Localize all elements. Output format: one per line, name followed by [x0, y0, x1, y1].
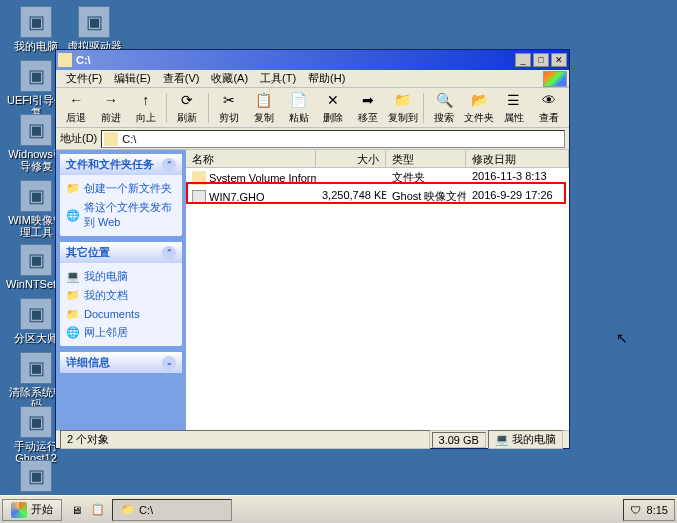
address-label: 地址(D)	[60, 131, 97, 146]
toolbar-复制-button[interactable]: 📋复制	[247, 90, 280, 126]
chevron-down-icon: ⌄	[162, 356, 176, 370]
column-date[interactable]: 修改日期	[466, 150, 569, 167]
toolbar: ←后退→前进↑向上⟳刷新✂剪切📋复制📄粘贴✕删除➡移至📁复制到🔍搜索📂文件夹☰属…	[56, 88, 569, 128]
panel-header[interactable]: 文件和文件夹任务 ⌃	[60, 154, 182, 175]
task-icon: 🌐	[66, 208, 80, 222]
toolbar-属性-button[interactable]: ☰属性	[498, 90, 531, 126]
toolbar-icon: ☰	[504, 90, 524, 110]
quick-launch: 🖥 📋	[66, 500, 108, 520]
app-icon: ▣	[20, 460, 52, 492]
toolbar-icon: 📂	[469, 90, 489, 110]
column-name[interactable]: 名称	[186, 150, 316, 167]
sidebar-task-item[interactable]: 💻我的电脑	[66, 267, 176, 286]
other-places-panel: 其它位置 ⌃ 💻我的电脑📁我的文档📁Documents🌐网上邻居	[60, 242, 182, 346]
minimize-button[interactable]: _	[515, 53, 531, 67]
details-panel: 详细信息 ⌄	[60, 352, 182, 373]
drive-icon	[58, 53, 72, 67]
toolbar-icon: ➡	[358, 90, 378, 110]
app-icon: ▣	[20, 114, 52, 146]
task-icon: 💻	[66, 270, 80, 284]
toolbar-icon: ←	[66, 90, 86, 110]
file-row[interactable]: WIN7.GHO3,250,748 KBGhost 映像文件2016-9-29 …	[186, 187, 569, 206]
toolbar-向上-button[interactable]: ↑向上	[129, 90, 162, 126]
panel-header[interactable]: 详细信息 ⌄	[60, 352, 182, 373]
file-list-pane: 名称 大小 类型 修改日期 System Volume Information文…	[186, 150, 569, 430]
toolbar-文件夹-button[interactable]: 📂文件夹	[463, 90, 496, 126]
maximize-button[interactable]: □	[533, 53, 549, 67]
toolbar-icon: ✕	[323, 90, 343, 110]
toolbar-icon: 📁	[393, 90, 413, 110]
toolbar-复制到-button[interactable]: 📁复制到	[386, 90, 419, 126]
tray-icon[interactable]: 🛡	[630, 504, 641, 516]
menu-item[interactable]: 查看(V)	[157, 69, 206, 88]
chevron-up-icon: ⌃	[162, 246, 176, 260]
taskbar-task[interactable]: 📁 C:\	[112, 499, 232, 521]
sidebar-task-item[interactable]: 📁Documents	[66, 305, 176, 323]
status-bar: 2 个对象 3.09 GB 💻 我的电脑	[56, 430, 569, 448]
start-button[interactable]: 开始	[2, 499, 62, 521]
file-icon	[192, 190, 206, 204]
toolbar-icon: 👁	[539, 90, 559, 110]
window-title: C:\	[76, 54, 515, 66]
file-tasks-panel: 文件和文件夹任务 ⌃ 📁创建一个新文件夹🌐将这个文件夹发布到 Web	[60, 154, 182, 236]
chevron-up-icon: ⌃	[162, 158, 176, 172]
toolbar-刷新-button[interactable]: ⟳刷新	[171, 90, 204, 126]
desktop-icon[interactable]: ▣虚拟驱动器	[64, 6, 124, 52]
menu-item[interactable]: 编辑(E)	[108, 69, 157, 88]
toolbar-前进-button[interactable]: →前进	[95, 90, 128, 126]
toolbar-搜索-button[interactable]: 🔍搜索	[428, 90, 461, 126]
taskbar: 开始 🖥 📋 📁 C:\ 🛡 8:15	[0, 495, 677, 523]
ql-icon[interactable]: 📋	[88, 500, 108, 520]
titlebar[interactable]: C:\ _ □ ✕	[56, 50, 569, 70]
app-icon: ▣	[78, 6, 110, 38]
toolbar-剪切-button[interactable]: ✂剪切	[213, 90, 246, 126]
toolbar-移至-button[interactable]: ➡移至	[352, 90, 385, 126]
toolbar-删除-button[interactable]: ✕删除	[317, 90, 350, 126]
toolbar-查看-button[interactable]: 👁查看	[532, 90, 565, 126]
column-size[interactable]: 大小	[316, 150, 386, 167]
task-icon: 📁	[66, 289, 80, 303]
toolbar-icon: ⟳	[177, 90, 197, 110]
menu-item[interactable]: 收藏(A)	[205, 69, 254, 88]
address-bar: 地址(D) C:\	[56, 128, 569, 150]
tasks-sidebar: 文件和文件夹任务 ⌃ 📁创建一个新文件夹🌐将这个文件夹发布到 Web 其它位置 …	[56, 150, 186, 430]
clock[interactable]: 8:15	[647, 504, 668, 516]
folder-icon: 📁	[121, 503, 135, 516]
app-icon: ▣	[20, 298, 52, 330]
explorer-window: C:\ _ □ ✕ 文件(F)编辑(E)查看(V)收藏(A)工具(T)帮助(H)…	[55, 49, 570, 449]
status-location: 💻 我的电脑	[488, 430, 563, 449]
file-row[interactable]: System Volume Information文件夹2016-11-3 8:…	[186, 168, 569, 187]
sidebar-task-item[interactable]: 📁我的文档	[66, 286, 176, 305]
task-icon: 📁	[66, 182, 80, 196]
toolbar-icon: 📋	[254, 90, 274, 110]
close-button[interactable]: ✕	[551, 53, 567, 67]
menubar: 文件(F)编辑(E)查看(V)收藏(A)工具(T)帮助(H)	[56, 70, 569, 88]
toolbar-icon: →	[101, 90, 121, 110]
menu-item[interactable]: 帮助(H)	[302, 69, 351, 88]
show-desktop-icon[interactable]: 🖥	[66, 500, 86, 520]
app-icon: ▣	[20, 406, 52, 438]
sidebar-task-item[interactable]: 📁创建一个新文件夹	[66, 179, 176, 198]
address-input[interactable]: C:\	[101, 130, 565, 148]
toolbar-粘贴-button[interactable]: 📄粘贴	[282, 90, 315, 126]
menu-item[interactable]: 工具(T)	[254, 69, 302, 88]
windows-flag-icon	[11, 502, 27, 518]
toolbar-icon: 📄	[289, 90, 309, 110]
status-size: 3.09 GB	[432, 432, 486, 448]
task-icon: 📁	[66, 307, 80, 321]
column-headers: 名称 大小 类型 修改日期	[186, 150, 569, 168]
toolbar-后退-button[interactable]: ←后退	[60, 90, 93, 126]
folder-icon	[192, 171, 206, 185]
app-icon: ▣	[20, 6, 52, 38]
sidebar-task-item[interactable]: 🌐网上邻居	[66, 323, 176, 342]
sidebar-task-item[interactable]: 🌐将这个文件夹发布到 Web	[66, 198, 176, 232]
menu-item[interactable]: 文件(F)	[60, 69, 108, 88]
panel-header[interactable]: 其它位置 ⌃	[60, 242, 182, 263]
toolbar-icon: 🔍	[434, 90, 454, 110]
column-type[interactable]: 类型	[386, 150, 466, 167]
desktop-icon[interactable]: ▣我的电脑	[6, 6, 66, 52]
system-tray: 🛡 8:15	[623, 499, 675, 521]
task-icon: 🌐	[66, 326, 80, 340]
windows-logo-icon	[543, 71, 567, 87]
address-value: C:\	[122, 133, 136, 145]
